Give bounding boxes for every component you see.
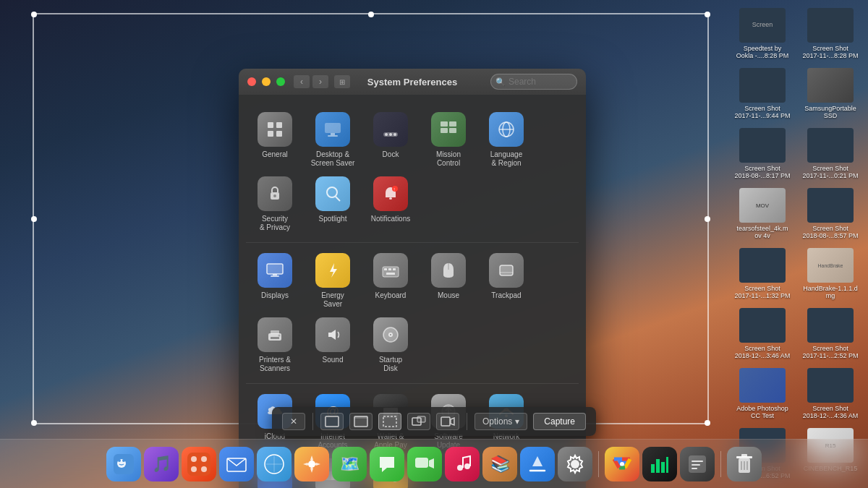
dock-safari[interactable]: [257, 447, 292, 481]
sound-icon: [315, 317, 350, 352]
dock-appstore[interactable]: [520, 447, 555, 481]
desktop-icon[interactable]: HandBrake HandBrake-1.1.1.dmg: [798, 245, 863, 302]
pref-printers[interactable]: Printers &Scanners: [246, 313, 304, 377]
svg-rect-12: [449, 121, 456, 127]
pref-security[interactable]: Security& Privacy: [246, 172, 304, 236]
desktop-icon[interactable]: Screen Shot2017-11-...1:32 PM: [730, 245, 795, 302]
svg-point-94: [201, 456, 207, 462]
handle-bl[interactable]: [31, 420, 37, 426]
desktop-icon[interactable]: Screen Shot2018-12-...4:36 AM: [798, 365, 863, 422]
energy-label: EnergySaver: [321, 291, 344, 309]
capture-selection-button[interactable]: [378, 413, 401, 430]
handle-tl[interactable]: [31, 12, 37, 17]
search-input[interactable]: [490, 74, 577, 90]
capture-window-button[interactable]: [349, 413, 373, 430]
dock-trash[interactable]: [727, 447, 762, 481]
capture-screen-button[interactable]: [407, 413, 430, 430]
pref-energy[interactable]: EnergySaver: [304, 249, 362, 313]
desktop-icon[interactable]: Screen Shot2017-11-...8:28 PM: [798, 5, 863, 62]
pref-startup[interactable]: StartupDisk: [362, 313, 420, 377]
capture-button[interactable]: Capture: [533, 413, 586, 430]
spotlight-label: Spotlight: [319, 215, 347, 223]
pref-desktop[interactable]: Desktop &Screen Saver: [304, 108, 362, 172]
desktop-icon[interactable]: MOV tearsofsteel_4k.mov 4v: [730, 185, 795, 242]
dock-label: Dock: [383, 150, 399, 159]
minimize-button[interactable]: [262, 77, 271, 86]
pref-dock[interactable]: Dock: [362, 108, 420, 172]
pref-trackpad[interactable]: Trackpad: [477, 249, 535, 313]
security-icon: [258, 176, 292, 211]
dock-chrome[interactable]: [605, 447, 639, 481]
svg-point-105: [464, 463, 470, 469]
mouse-icon: [431, 253, 466, 288]
pref-keyboard[interactable]: Keyboard: [362, 249, 420, 313]
dock-siri[interactable]: 🎵: [144, 447, 179, 481]
grid-button[interactable]: ⊞: [334, 75, 350, 88]
svg-rect-118: [692, 468, 697, 469]
desktop-icon[interactable]: Screen Shot2018-08-...8:57 PM: [798, 185, 863, 242]
forward-button[interactable]: ›: [312, 75, 328, 88]
svg-rect-2: [268, 131, 273, 137]
handle-top[interactable]: [368, 12, 374, 17]
dock-itunes[interactable]: [445, 447, 480, 481]
svg-rect-86: [441, 417, 450, 426]
dock-books[interactable]: 📚: [482, 447, 517, 481]
svg-rect-37: [271, 330, 279, 334]
pref-general[interactable]: General: [246, 108, 304, 172]
back-button[interactable]: ‹: [294, 75, 310, 88]
close-button[interactable]: [247, 77, 256, 86]
svg-rect-111: [651, 464, 655, 473]
svg-point-110: [620, 462, 624, 466]
toolbar-separator-1: [312, 413, 313, 430]
options-button[interactable]: Options ▾: [475, 413, 527, 430]
svg-rect-82: [354, 416, 367, 419]
pref-mission[interactable]: MissionControl: [420, 108, 477, 172]
desktop-icon[interactable]: Screen Shot2018-08-...8:17 PM: [730, 125, 795, 182]
pref-language[interactable]: Language& Region: [477, 108, 535, 172]
mission-label: MissionControl: [436, 150, 461, 168]
dock-mail[interactable]: [219, 447, 254, 481]
desktop-icon[interactable]: Screen Shot2017-11-...2:52 PM: [798, 305, 863, 362]
svg-rect-83: [383, 416, 396, 427]
dock-messages[interactable]: [370, 447, 404, 481]
handle-left[interactable]: [31, 216, 37, 222]
dock-launchpad[interactable]: [182, 447, 216, 481]
notifications-icon: !: [373, 176, 408, 211]
dock-facetime[interactable]: [407, 447, 442, 481]
dock-istat[interactable]: [642, 447, 677, 481]
dock-syspref[interactable]: [558, 447, 592, 481]
pref-sound[interactable]: Sound: [304, 313, 362, 377]
pref-mouse[interactable]: Mouse: [420, 249, 477, 313]
mission-icon: [431, 112, 466, 147]
pref-notifications[interactable]: ! Notifications: [362, 172, 420, 236]
svg-rect-6: [328, 135, 338, 137]
toolbar-separator-2: [467, 413, 467, 430]
capture-fullscreen-button[interactable]: [320, 413, 344, 430]
desktop-icon[interactable]: Screen Shot2018-12-...3:46 AM: [730, 305, 795, 362]
dock-photos[interactable]: [294, 447, 329, 481]
startup-label: StartupDisk: [379, 356, 402, 373]
pref-displays[interactable]: Displays: [246, 249, 304, 313]
dock-finder[interactable]: [106, 447, 141, 481]
desktop-icon[interactable]: SamsungPortableSSD: [798, 65, 863, 122]
desktop-icon[interactable]: Screen Speedtest byOokla -....8:28 PM: [730, 5, 795, 62]
desktop-icon[interactable]: Screen Shot2017-11-...0:21 PM: [798, 125, 863, 182]
language-icon: [489, 112, 524, 147]
maximize-button[interactable]: [276, 77, 285, 86]
svg-rect-38: [271, 337, 279, 339]
svg-rect-116: [692, 461, 703, 462]
svg-point-102: [308, 461, 315, 468]
pref-spotlight[interactable]: Spotlight: [304, 172, 362, 236]
dock-find[interactable]: [680, 447, 715, 481]
close-toolbar-button[interactable]: ✕: [282, 413, 305, 430]
displays-label: Displays: [261, 291, 289, 300]
svg-point-10: [393, 133, 396, 136]
general-icon: [258, 112, 292, 147]
capture-video-button[interactable]: [436, 413, 459, 430]
svg-point-8: [385, 133, 388, 136]
desktop-icon[interactable]: Adobe PhotoshopCC Test: [730, 365, 795, 422]
svg-point-42: [390, 334, 391, 335]
window-title: System Preferences: [367, 77, 457, 87]
desktop-icon[interactable]: Screen Shot2017-11-...9:44 PM: [730, 65, 795, 122]
dock-maps[interactable]: 🗺️: [332, 447, 367, 481]
